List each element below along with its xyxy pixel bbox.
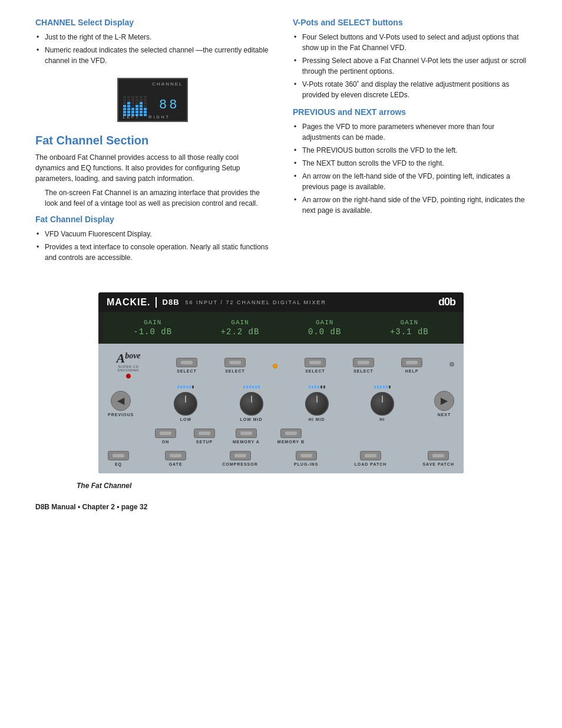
gate-button[interactable] xyxy=(165,451,186,460)
memory-b-label: MEMORY B xyxy=(277,440,305,444)
vpot-lowmid-item: LOW MID xyxy=(238,386,265,421)
fat-channel-hardware: MACKIE. D8B 56 INPUT / 72 CHANNEL DIGITA… xyxy=(35,292,527,473)
fat-channel-section-heading: Fat Channel Section xyxy=(35,134,269,147)
on-label: ON xyxy=(162,440,170,444)
fat-channel-display-bullets: VFD Vacuum Fluorescent Display. Provides… xyxy=(35,229,269,263)
load-patch-button[interactable] xyxy=(360,451,381,460)
vpots-section: V-Pots and SELECT buttons Four Select bu… xyxy=(293,18,527,100)
vpot-hi-item: HI xyxy=(369,386,396,421)
prev-next-heading: PREVIOUS and NEXT arrows xyxy=(293,107,527,117)
super-cd-label: SUPER CD ENCODING xyxy=(108,365,149,372)
select-btn-1-item: SELECT xyxy=(176,358,197,373)
next-button[interactable]: ▶ xyxy=(434,391,454,411)
fat-channel-body1: The onboard Fat Channel provides access … xyxy=(35,152,269,184)
channel-display-wrapper: CHANNEL xyxy=(35,72,269,128)
channel-label: CHANNEL xyxy=(152,81,183,87)
list-item: An arrow on the right-hand side of the V… xyxy=(293,195,527,216)
memory-a-label: MEMORY A xyxy=(233,440,260,444)
red-indicator-dot xyxy=(126,374,131,378)
setup-button[interactable] xyxy=(194,429,215,438)
list-item: Just to the right of the L-R Meters. xyxy=(35,32,269,42)
list-item: V-Pots rotate 360˚ and display the relat… xyxy=(293,79,527,100)
on-button[interactable] xyxy=(155,429,176,438)
eq-label: EQ xyxy=(115,462,122,466)
load-patch-btn-item: LOAD PATCH xyxy=(354,451,386,466)
help-btn-item: HELP xyxy=(401,358,422,373)
vpot-lowmid-knob[interactable] xyxy=(240,392,263,416)
vpot-hi-knob[interactable] xyxy=(371,392,394,416)
vpot-himid-item: HI MID xyxy=(303,386,330,421)
fat-channel-section: Fat Channel Section The onboard Fat Chan… xyxy=(35,134,269,263)
list-item: Four Select buttons and V-Pots used to s… xyxy=(293,32,527,53)
vfd-channel-1: GAIN -1.0 dB xyxy=(133,319,172,337)
vpot-lowmid-label: LOW MID xyxy=(240,417,262,421)
previous-button[interactable]: ◀ xyxy=(111,391,131,411)
memory-b-button[interactable] xyxy=(280,429,302,438)
gate-btn-item: GATE xyxy=(165,451,186,466)
select-button-1[interactable] xyxy=(176,358,197,367)
hardware-vfd: GAIN -1.0 dB GAIN +2.2 dB GAIN 0.0 dB GA… xyxy=(103,312,459,344)
vfd-value-3: 0.0 dB xyxy=(308,327,341,337)
controls-row-select: Above SUPER CD ENCODING SELECT SELECT xyxy=(108,352,454,378)
vfd-label-1: GAIN xyxy=(144,319,161,326)
vfd-channel-2: GAIN +2.2 dB xyxy=(221,319,260,337)
channel-display-image: CHANNEL xyxy=(117,78,188,122)
select-label-3: SELECT xyxy=(305,369,325,373)
eq-button[interactable] xyxy=(108,451,129,460)
plugins-label: PLUG-INS xyxy=(294,462,318,466)
select-button-3[interactable] xyxy=(305,358,326,367)
vfd-channel-3: GAIN 0.0 dB xyxy=(308,319,341,337)
plugins-button[interactable] xyxy=(296,451,317,460)
next-label: NEXT xyxy=(438,413,451,417)
vfd-channel-4: GAIN +3.1 dB xyxy=(390,319,429,337)
two-column-layout: CHANNEL Select Display Just to the right… xyxy=(35,18,527,269)
vpot-himid-label: HI MID xyxy=(309,417,325,421)
d8b-model-label: D8B xyxy=(163,298,180,307)
select-button-4[interactable] xyxy=(353,358,374,367)
plugins-btn-item: PLUG-INS xyxy=(294,451,318,466)
select-btn-2-item: SELECT xyxy=(224,358,246,373)
lr-label: LEFT RIGHT xyxy=(123,115,171,119)
orange-indicator-dot xyxy=(273,364,277,368)
controls-row-vpots: ◀ PREVIOUS LOW xyxy=(108,386,454,421)
save-patch-button[interactable] xyxy=(428,451,449,460)
help-button[interactable] xyxy=(401,358,422,367)
vpot-hi-label: HI xyxy=(379,417,385,421)
mixer-description: 56 INPUT / 72 CHANNEL DIGITAL MIXER xyxy=(186,299,432,305)
compressor-button[interactable] xyxy=(230,451,251,460)
fat-channel-body2: The on-screen Fat Channel is an amazing … xyxy=(45,187,269,209)
vfd-value-1: -1.0 dB xyxy=(133,327,172,337)
d0b-logo: d0b xyxy=(438,296,455,308)
mackie-logo: MACKIE. xyxy=(107,297,157,308)
setup-label: SETUP xyxy=(196,440,213,444)
on-btn-item: ON xyxy=(155,429,176,444)
list-item: The NEXT button scrolls the VFD to the r… xyxy=(293,158,527,169)
vfd-value-2: +2.2 dB xyxy=(221,327,260,337)
controls-row-mem: ON SETUP MEMORY A MEMORY B xyxy=(108,429,454,444)
active-dot-area xyxy=(273,362,277,368)
save-patch-label: SAVE PATCH xyxy=(422,462,454,466)
page-content: CHANNEL Select Display Just to the right… xyxy=(35,18,527,511)
hardware-top-bar: MACKIE. D8B 56 INPUT / 72 CHANNEL DIGITA… xyxy=(98,292,464,312)
eq-btn-item: EQ xyxy=(108,451,129,466)
vpot-himid-leds xyxy=(303,386,330,390)
select-button-2[interactable] xyxy=(224,358,246,367)
list-item: Numeric readout indicates the selected c… xyxy=(35,45,269,66)
previous-label: PREVIOUS xyxy=(108,413,134,417)
vpot-low-knob[interactable] xyxy=(174,392,197,416)
vpots-bullets: Four Select buttons and V-Pots used to s… xyxy=(293,32,527,100)
fat-channel-display-heading: Fat Channel Display xyxy=(35,215,269,224)
digit-display: 88 xyxy=(159,98,179,113)
vpot-himid-knob[interactable] xyxy=(305,392,329,416)
memory-a-button[interactable] xyxy=(236,429,257,438)
select-btn-3-item: SELECT xyxy=(305,358,326,373)
vfd-label-4: GAIN xyxy=(401,319,418,326)
compressor-label: COMPRESSOR xyxy=(222,462,258,466)
memory-b-btn-item: MEMORY B xyxy=(277,429,305,444)
controls-row-fx: EQ GATE COMPRESSOR PLUG-INS xyxy=(108,451,454,466)
logo-area: Above SUPER CD ENCODING xyxy=(108,352,149,378)
list-item: The PREVIOUS button scrolls the VFD to t… xyxy=(293,145,527,156)
vpot-low-leds xyxy=(172,386,199,390)
channel-select-section: CHANNEL Select Display Just to the right… xyxy=(35,18,269,128)
select-label-1: SELECT xyxy=(177,369,197,373)
